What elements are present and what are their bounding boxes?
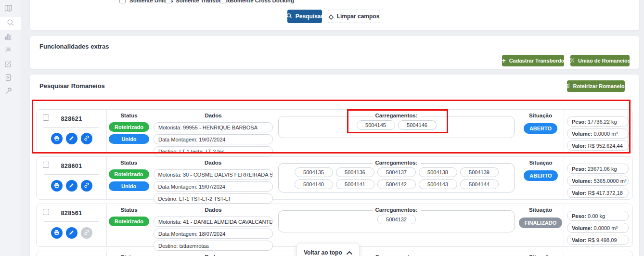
carregamento-pill[interactable]: 5004138 bbox=[419, 167, 457, 177]
situacao-badge: ABERTO bbox=[524, 170, 557, 181]
status-column: Status RoteirizadoUnido bbox=[107, 110, 151, 152]
checkbox-somente-cross-docking[interactable]: Somente Cross Docking bbox=[220, 0, 294, 3]
filter-card: Somente Unidos Somente Transbordo Soment… bbox=[30, 0, 639, 30]
carregamento-pill[interactable]: 5004141 bbox=[336, 179, 374, 189]
metric-field: Peso:23671.06 kg bbox=[567, 164, 629, 174]
dados-field: Motorista: 99955 - HENRIQUE BARBOSA bbox=[154, 122, 273, 132]
status-column: Status RoteirizadoUnido bbox=[107, 157, 151, 199]
edit-button[interactable] bbox=[66, 227, 77, 239]
roteirizar-romaneios-button[interactable]: Roteirizar Romaneios bbox=[567, 80, 625, 92]
row-checkbox[interactable] bbox=[43, 209, 49, 215]
link-icon bbox=[84, 135, 90, 142]
situacao-badge: FINALIZADO bbox=[519, 218, 563, 228]
metric-field: Volume:0.0000 m³ bbox=[567, 128, 629, 139]
edit-button[interactable] bbox=[66, 180, 77, 192]
situacao-header: Situação bbox=[529, 160, 552, 166]
status-pill: Unido bbox=[109, 134, 149, 144]
dados-field: Destino: LT-1 teste -LT-2 tes bbox=[154, 146, 273, 156]
row-checkbox[interactable] bbox=[43, 115, 49, 121]
dados-fields: Motorista: 30 - COSME DALVIS FERREIRADA … bbox=[151, 169, 275, 204]
uniao-label: União de Romaneios bbox=[578, 58, 631, 64]
carregamento-pills: 50041455004146 bbox=[283, 120, 510, 130]
sidebar-item-search[interactable] bbox=[0, 17, 21, 30]
sidebar-item-map[interactable] bbox=[0, 2, 16, 15]
status-header: Status bbox=[120, 160, 137, 166]
dados-field: Destino: LT-1 TST-LT-2 TST-LT bbox=[154, 193, 273, 204]
carregamento-pill[interactable]: 5004132 bbox=[377, 215, 416, 224]
status-header: Status bbox=[120, 113, 137, 118]
chevron-up-icon bbox=[347, 249, 352, 256]
limpar-campos-button[interactable]: ◇ Limpar campos bbox=[328, 10, 380, 23]
funcionalidades-extras-card: Funcionalidades extras + Cadastrar Trans… bbox=[30, 36, 639, 69]
romaneios-title: Pesquisar Romaneios bbox=[39, 82, 105, 90]
map-icon bbox=[4, 4, 12, 14]
carregamentos-header: Carregamentos: bbox=[372, 254, 420, 256]
plus-icon: + bbox=[502, 57, 505, 64]
carregamento-pill[interactable]: 5004145 bbox=[357, 120, 395, 130]
sidebar-item-reports[interactable] bbox=[0, 31, 16, 44]
printer-icon bbox=[54, 230, 60, 237]
table-row: 828621 Status RoteirizadoUnido Dados Mot… bbox=[36, 109, 633, 153]
carregamento-pill[interactable]: 5004139 bbox=[460, 167, 499, 177]
carregamento-pill[interactable]: 5004146 bbox=[398, 120, 437, 130]
carregamentos-header: Carregamentos: bbox=[372, 207, 420, 213]
situacao-badge: ABERTO bbox=[524, 123, 557, 134]
checkbox-box[interactable] bbox=[119, 0, 126, 3]
carregamento-pill[interactable]: 5004140 bbox=[295, 179, 333, 189]
sidebar-item-flags[interactable] bbox=[0, 45, 16, 58]
carregamento-pill[interactable]: 5004143 bbox=[419, 179, 457, 189]
romaneios-rows: 828621 Status RoteirizadoUnido Dados Mot… bbox=[30, 109, 639, 256]
situacao-header: Situação bbox=[529, 254, 552, 256]
sidebar-item-tools[interactable] bbox=[0, 85, 16, 98]
carregamento-pill[interactable]: 5004142 bbox=[377, 179, 416, 189]
row-actions bbox=[37, 180, 106, 192]
checkbox-box[interactable] bbox=[166, 0, 172, 3]
dados-fields: Motorista: 99955 - HENRIQUE BARBOSAData … bbox=[151, 122, 275, 156]
bar-chart-icon bbox=[4, 33, 12, 42]
link-button[interactable] bbox=[81, 227, 92, 239]
printer-icon bbox=[54, 182, 60, 190]
checkbox-somente-unidos[interactable]: Somente Unidos bbox=[119, 0, 173, 3]
checkbox-box[interactable] bbox=[220, 0, 226, 3]
status-column: Status bbox=[107, 251, 151, 256]
print-button[interactable] bbox=[51, 133, 63, 144]
print-button[interactable] bbox=[51, 180, 63, 192]
metric-field: Valor:R$ 9.498,09 bbox=[567, 235, 629, 245]
carregamento-pill[interactable]: 5004137 bbox=[377, 167, 416, 177]
pesquisar-button[interactable]: Pesquisar bbox=[287, 10, 322, 23]
back-to-top-button[interactable]: Voltar ao topo bbox=[296, 243, 360, 256]
print-button[interactable] bbox=[51, 227, 63, 239]
edit-button[interactable] bbox=[66, 133, 77, 144]
dados-field: Destino: tsttaemrotaa bbox=[154, 241, 273, 251]
dados-field: Data Montagem: 18/07/2024 bbox=[154, 229, 273, 239]
situacao-header: Situação bbox=[529, 207, 552, 213]
sidebar-item-edit[interactable] bbox=[0, 58, 16, 71]
uniao-romaneios-button[interactable]: União de Romaneios bbox=[570, 55, 630, 66]
carregamentos-column: Carregamentos: 5004135500413650041375004… bbox=[275, 157, 518, 199]
carregamento-pill[interactable]: 5004144 bbox=[460, 179, 499, 189]
wrench-icon bbox=[4, 87, 12, 97]
row-id-column: 828601 bbox=[37, 157, 106, 199]
carregamento-pill[interactable]: 5004135 bbox=[295, 167, 333, 177]
metric-field: Peso:0.00 kg bbox=[567, 211, 629, 221]
carregamento-pills: 5004135500413650041375004138500413950041… bbox=[283, 167, 511, 189]
link-button[interactable] bbox=[81, 180, 92, 192]
carregamentos-column: Carregamentos: 5004132 bbox=[275, 204, 517, 246]
table-row: 828561 Status Roteirizado Dados Motorist… bbox=[36, 204, 633, 247]
carregamento-pill[interactable]: 5004136 bbox=[336, 167, 374, 177]
pesquisar-label: Pesquisar bbox=[296, 13, 323, 20]
cadastrar-transbordo-button[interactable]: + Cadastrar Transbordo bbox=[502, 55, 564, 66]
route-map-icon bbox=[564, 83, 569, 90]
metric-field: Valor:R$ 417.372,18 bbox=[567, 188, 629, 198]
status-pill: Roteirizado bbox=[109, 169, 149, 179]
cadastrar-label: Cadastrar Transbordo bbox=[509, 58, 565, 64]
link-button[interactable] bbox=[81, 133, 92, 144]
dados-header: Dados bbox=[151, 207, 275, 213]
dados-field: Data Montagem: 19/07/2024 bbox=[154, 181, 273, 192]
dados-header: Dados bbox=[151, 160, 275, 166]
row-checkbox[interactable] bbox=[43, 162, 49, 168]
sidebar-item-documents[interactable] bbox=[0, 72, 16, 85]
row-actions bbox=[37, 133, 106, 144]
carregamentos-box: Carregamentos: 5004135500413650041375004… bbox=[278, 163, 515, 192]
situacao-header: Situação bbox=[529, 113, 552, 118]
